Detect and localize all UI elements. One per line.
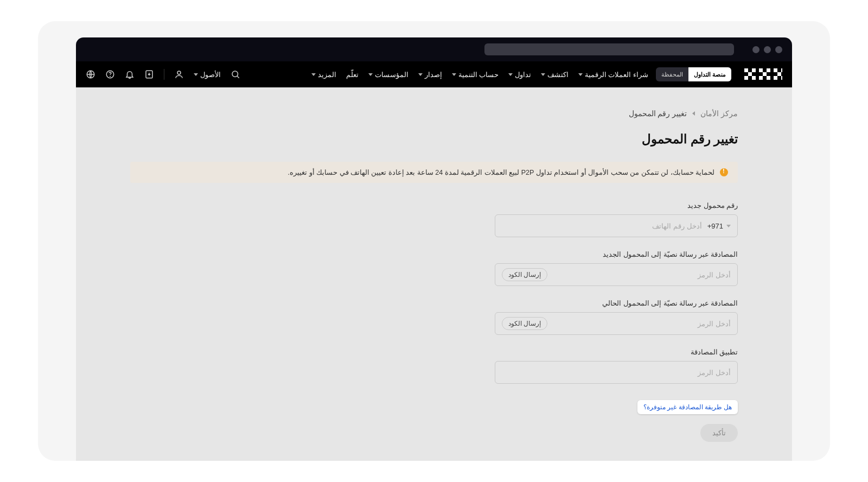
svg-rect-9 xyxy=(767,76,770,80)
breadcrumb-current: تغيير رقم المحمول xyxy=(629,109,687,118)
code-input-current[interactable]: أدخل الرمز إرسال الكود xyxy=(495,312,738,335)
browser-titlebar xyxy=(76,37,792,61)
nav-buy-crypto[interactable]: شراء العملات الرقمية xyxy=(578,71,648,79)
svg-rect-8 xyxy=(767,68,770,72)
phone-placeholder: أدخل رقم الهاتف xyxy=(502,222,702,230)
nav-learn[interactable]: تعلّم xyxy=(346,71,359,79)
nav-build[interactable]: إصدار xyxy=(418,71,442,79)
chevron-down-icon xyxy=(508,73,513,76)
user-icon[interactable] xyxy=(174,69,184,79)
field-label: تطبيق المصادقة xyxy=(495,348,738,356)
auth-code-input[interactable]: أدخل الرمز xyxy=(495,361,738,384)
separator xyxy=(164,69,164,80)
field-new-mobile: رقم محمول جديد +971 أدخل رقم الهاتف xyxy=(495,201,738,237)
code-input-new[interactable]: أدخل الرمز إرسال الكود xyxy=(495,263,738,286)
svg-point-17 xyxy=(177,71,181,74)
field-sms-new: المصادقة عبر رسالة نصيّة إلى المحمول الج… xyxy=(495,250,738,286)
svg-rect-7 xyxy=(759,76,763,80)
svg-rect-11 xyxy=(777,72,781,76)
chevron-down-icon xyxy=(311,73,316,76)
breadcrumb-root[interactable]: مركز الأمان xyxy=(700,109,738,118)
phone-input[interactable]: +971 أدخل رقم الهاتف xyxy=(495,214,738,237)
field-label: المصادقة عبر رسالة نصيّة إلى المحمول الج… xyxy=(495,250,738,258)
svg-rect-12 xyxy=(774,76,777,80)
nav-grow[interactable]: حساب التنمية xyxy=(452,71,499,79)
field-auth-app: تطبيق المصادقة أدخل الرمز xyxy=(495,348,738,384)
svg-rect-0 xyxy=(744,68,748,72)
nav-discover[interactable]: اكتشف xyxy=(541,71,569,79)
code-placeholder: أدخل الرمز xyxy=(553,271,731,279)
page-title: تغيير رقم المحمول xyxy=(130,132,738,147)
chevron-down-icon xyxy=(541,73,545,76)
warning-text: لحماية حسابك، لن تتمكن من سحب الأموال أو… xyxy=(288,168,714,176)
device-frame: منصة التداول المحفظة شراء العملات الرقمي… xyxy=(38,21,830,461)
search-icon[interactable] xyxy=(231,69,240,79)
chevron-down-icon xyxy=(368,73,373,76)
warning-banner: لحماية حسابك، لن تتمكن من سحب الأموال أو… xyxy=(130,162,738,183)
send-code-button[interactable]: إرسال الكود xyxy=(502,317,547,330)
window-control-dot[interactable] xyxy=(752,46,760,53)
window-control-dot[interactable] xyxy=(764,46,771,53)
browser-window: منصة التداول المحفظة شراء العملات الرقمي… xyxy=(76,37,792,461)
svg-rect-13 xyxy=(781,68,782,72)
svg-rect-6 xyxy=(763,72,767,76)
warning-icon xyxy=(720,168,728,176)
confirm-button[interactable]: تأكيد xyxy=(700,424,738,442)
nav-assets[interactable]: الأصول xyxy=(194,71,221,79)
mode-toggle: منصة التداول المحفظة xyxy=(656,67,731,81)
form: رقم محمول جديد +971 أدخل رقم الهاتف المص… xyxy=(495,201,738,442)
chevron-down-icon xyxy=(578,73,583,76)
svg-point-20 xyxy=(110,76,111,77)
country-code-selector[interactable]: +971 xyxy=(707,222,731,230)
chevron-down-icon xyxy=(194,73,198,76)
breadcrumb: مركز الأمان تغيير رقم المحمول xyxy=(130,109,738,118)
chevron-down-icon xyxy=(726,225,731,227)
field-label: المصادقة عبر رسالة نصيّة إلى المحمول الح… xyxy=(495,299,738,307)
download-icon[interactable] xyxy=(144,69,154,79)
okx-logo[interactable] xyxy=(744,68,782,80)
code-placeholder: أدخل الرمز xyxy=(553,320,731,328)
svg-rect-10 xyxy=(774,68,777,72)
auth-unavailable-link[interactable]: هل طريقة المصادقة غير متوفرة؟ xyxy=(637,400,738,414)
send-code-button[interactable]: إرسال الكود xyxy=(502,268,547,281)
help-icon[interactable] xyxy=(105,69,115,79)
globe-icon[interactable] xyxy=(86,69,95,79)
nav-institutional[interactable]: المؤسسات xyxy=(368,71,409,79)
top-navigation: منصة التداول المحفظة شراء العملات الرقمي… xyxy=(76,61,792,87)
primary-nav: شراء العملات الرقمية اكتشف تداول حساب ال… xyxy=(311,71,648,79)
svg-line-16 xyxy=(237,76,239,78)
svg-rect-1 xyxy=(748,72,752,76)
field-sms-current: المصادقة عبر رسالة نصيّة إلى المحمول الح… xyxy=(495,299,738,335)
chevron-down-icon xyxy=(418,73,423,76)
page-content: مركز الأمان تغيير رقم المحمول تغيير رقم … xyxy=(76,87,792,461)
svg-rect-5 xyxy=(759,68,763,72)
toggle-wallet[interactable]: المحفظة xyxy=(656,67,688,81)
svg-rect-4 xyxy=(752,76,756,80)
field-label: رقم محمول جديد xyxy=(495,201,738,210)
chevron-left-icon xyxy=(692,111,695,116)
code-placeholder: أدخل الرمز xyxy=(502,369,731,377)
bell-icon[interactable] xyxy=(125,69,135,79)
chevron-down-icon xyxy=(452,73,456,76)
address-bar[interactable] xyxy=(484,43,734,55)
svg-rect-3 xyxy=(752,68,756,72)
svg-point-15 xyxy=(232,71,238,77)
svg-rect-2 xyxy=(744,76,748,80)
toggle-exchange[interactable]: منصة التداول xyxy=(688,67,731,81)
nav-trade[interactable]: تداول xyxy=(508,71,531,79)
svg-rect-14 xyxy=(781,76,782,80)
nav-more[interactable]: المزيد xyxy=(311,71,336,79)
window-control-dot[interactable] xyxy=(775,46,782,53)
